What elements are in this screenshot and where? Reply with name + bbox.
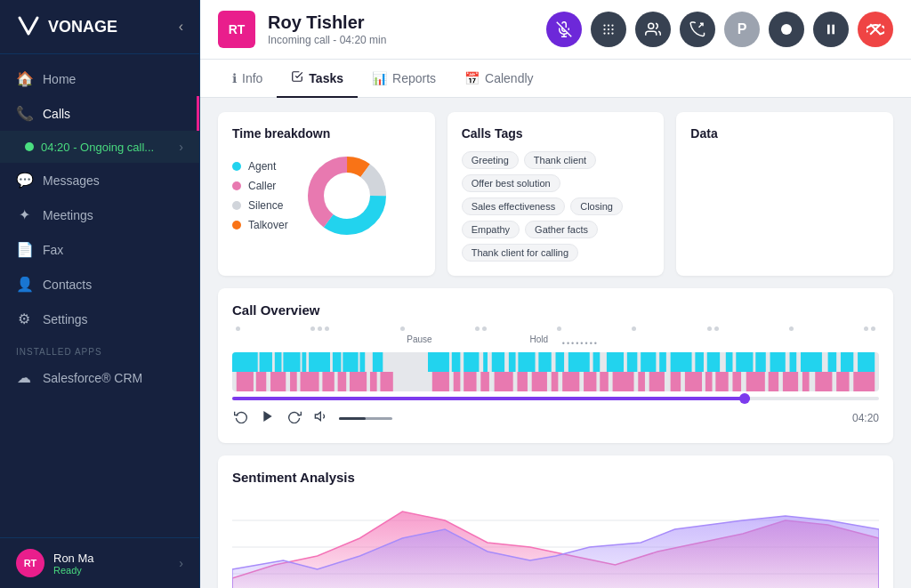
sidebar-item-meetings[interactable]: ✦ Meetings	[0, 197, 199, 232]
rewind-button[interactable]	[232, 407, 250, 429]
svg-rect-50	[671, 352, 692, 372]
tag-closing[interactable]: Closing	[570, 197, 623, 215]
svg-point-11	[611, 32, 613, 34]
svg-rect-63	[256, 372, 266, 391]
svg-marker-98	[263, 411, 271, 422]
avatar: RT	[16, 549, 44, 577]
ongoing-call-item[interactable]: 04:20 - Ongoing call... ›	[0, 131, 199, 163]
svg-rect-58	[801, 352, 822, 372]
svg-rect-28	[283, 352, 300, 372]
svg-point-4	[608, 24, 609, 26]
sidebar-item-label: Messages	[43, 173, 100, 188]
contacts-button[interactable]	[635, 12, 671, 47]
svg-rect-94	[802, 372, 810, 391]
salesforce-icon: ☁	[16, 369, 32, 386]
content-area: Time breakdown Agent Caller	[200, 98, 911, 588]
user-status: Ready	[53, 565, 170, 576]
svg-rect-29	[302, 352, 306, 372]
svg-rect-37	[464, 352, 479, 372]
waveform-display[interactable]	[232, 352, 879, 391]
tab-reports-label: Reports	[392, 71, 436, 85]
play-button[interactable]	[259, 407, 277, 429]
collapse-sidebar-button[interactable]: ‹	[179, 19, 183, 35]
tag-thank-client[interactable]: Thank client	[524, 151, 596, 169]
tabs-bar: ℹ Info Tasks 📊 Reports 📅 Calendly	[200, 60, 911, 98]
tag-greeting[interactable]: Greeting	[462, 151, 519, 169]
svg-rect-95	[815, 372, 832, 391]
sidebar-item-label: Contacts	[43, 278, 92, 292]
sidebar-item-messages[interactable]: 💬 Messages	[0, 163, 199, 197]
svg-rect-59	[828, 352, 837, 372]
user-info: Ron Ma Ready	[53, 552, 170, 576]
tag-gather[interactable]: Gather facts	[525, 221, 598, 238]
donut-chart	[302, 151, 391, 240]
dot-group-9	[864, 326, 875, 331]
caller-subtitle: Incoming call - 04:20 min	[268, 34, 386, 46]
svg-rect-31	[333, 352, 342, 372]
dot	[789, 326, 794, 331]
svg-point-24	[326, 174, 368, 217]
tag-empathy[interactable]: Empathy	[462, 221, 520, 238]
tab-info[interactable]: ℹ Info	[218, 60, 277, 98]
sidebar-item-home[interactable]: 🏠 Home	[0, 61, 199, 96]
volume-fill	[339, 417, 366, 420]
svg-rect-16	[832, 25, 834, 35]
volume-button[interactable]	[312, 407, 330, 429]
tab-tasks-label: Tasks	[309, 71, 343, 85]
svg-rect-48	[641, 352, 656, 372]
svg-rect-96	[836, 372, 849, 391]
dot	[400, 326, 405, 331]
svg-rect-41	[518, 352, 535, 372]
pause-button[interactable]	[813, 12, 849, 47]
mute-button[interactable]	[546, 12, 582, 47]
tag-offer-best[interactable]: Offer best solution	[462, 174, 560, 192]
vonage-logo: VONAGE	[16, 14, 117, 39]
agent-dot	[232, 162, 241, 171]
app-name: VONAGE	[48, 18, 117, 36]
tab-info-label: Info	[242, 71, 262, 85]
tab-reports[interactable]: 📊 Reports	[358, 60, 450, 98]
svg-rect-86	[671, 372, 681, 391]
data-card: Data	[676, 112, 893, 276]
sidebar-logo: VONAGE ‹	[0, 0, 199, 54]
tags-container: Greeting Thank client Offer best solutio…	[462, 151, 650, 262]
record-button[interactable]	[769, 12, 804, 47]
dot-group-6	[632, 326, 636, 331]
svg-rect-84	[638, 372, 645, 391]
sidebar-item-salesforce[interactable]: ☁ Salesforce® CRM	[0, 360, 199, 395]
sidebar-item-contacts[interactable]: 👤 Contacts	[0, 267, 199, 302]
user-name: Ron Ma	[53, 552, 170, 565]
svg-rect-65	[290, 372, 297, 391]
volume-icon	[314, 409, 328, 423]
playback-left-controls	[232, 407, 392, 429]
tab-tasks[interactable]: Tasks	[277, 60, 358, 98]
sidebar-item-fax[interactable]: 📄 Fax	[0, 232, 199, 267]
svg-rect-35	[428, 352, 449, 372]
svg-rect-82	[600, 372, 609, 391]
user-profile[interactable]: RT Ron Ma Ready ›	[0, 537, 199, 588]
forward-button[interactable]	[286, 407, 303, 429]
progress-bar[interactable]	[232, 397, 879, 400]
svg-rect-89	[715, 372, 728, 391]
legend-agent: Agent	[232, 160, 288, 173]
sidebar-item-settings[interactable]: ⚙ Settings	[0, 302, 199, 336]
pause-annotation: Pause	[407, 334, 431, 344]
tag-thank-calling[interactable]: Thank client for calling	[462, 244, 578, 262]
volume-slider[interactable]	[339, 417, 392, 420]
svg-rect-52	[707, 352, 720, 372]
tab-calendly[interactable]: 📅 Calendly	[450, 60, 547, 98]
dialpad-button[interactable]	[591, 12, 626, 47]
tag-sales[interactable]: Sales effectiveness	[462, 197, 566, 215]
info-icon: ℹ	[232, 71, 237, 85]
svg-rect-69	[350, 372, 367, 391]
svg-rect-53	[726, 352, 733, 372]
p-button[interactable]: P	[724, 12, 760, 47]
user-initials: RT	[24, 558, 37, 568]
transfer-button[interactable]	[680, 12, 715, 47]
pause-icon	[824, 21, 838, 37]
svg-rect-73	[454, 372, 461, 391]
dot-group-7	[707, 326, 719, 331]
end-call-button[interactable]	[858, 12, 893, 47]
sidebar-item-calls[interactable]: 📞 Calls	[0, 96, 199, 131]
dot-group-3	[400, 326, 405, 331]
